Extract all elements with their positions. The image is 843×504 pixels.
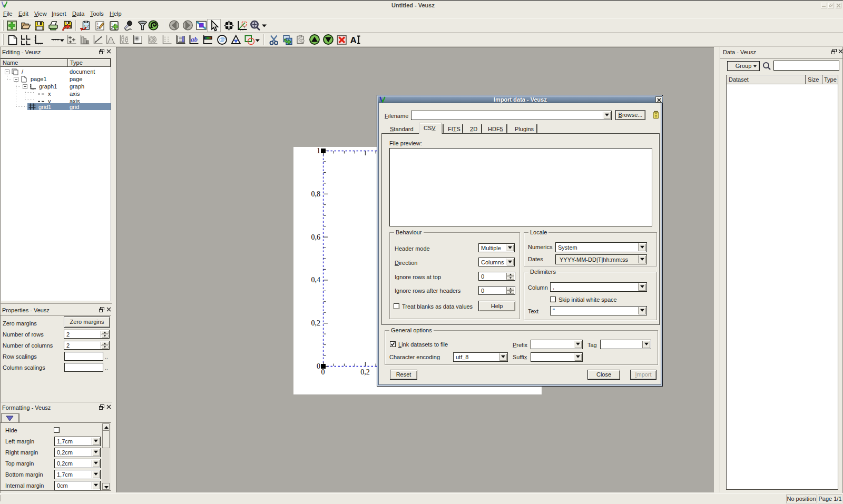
svg-text:0: 0 [317, 362, 320, 370]
svg-text:2: 2 [86, 24, 89, 28]
svg-text:ab: ab [191, 35, 198, 43]
svg-text:0,2: 0,2 [311, 319, 321, 327]
svg-text:0,2: 0,2 [360, 368, 370, 376]
svg-text:0,8: 0,8 [311, 190, 321, 198]
svg-text:1: 1 [111, 22, 113, 26]
svg-text:0,4: 0,4 [311, 276, 321, 284]
svg-text:2: 2 [97, 26, 99, 29]
svg-text:A: A [350, 35, 357, 45]
svg-text:1: 1 [97, 22, 99, 26]
svg-text:0,6: 0,6 [311, 233, 321, 241]
svg-text:0: 0 [321, 368, 325, 376]
svg-text:1: 1 [317, 147, 320, 155]
